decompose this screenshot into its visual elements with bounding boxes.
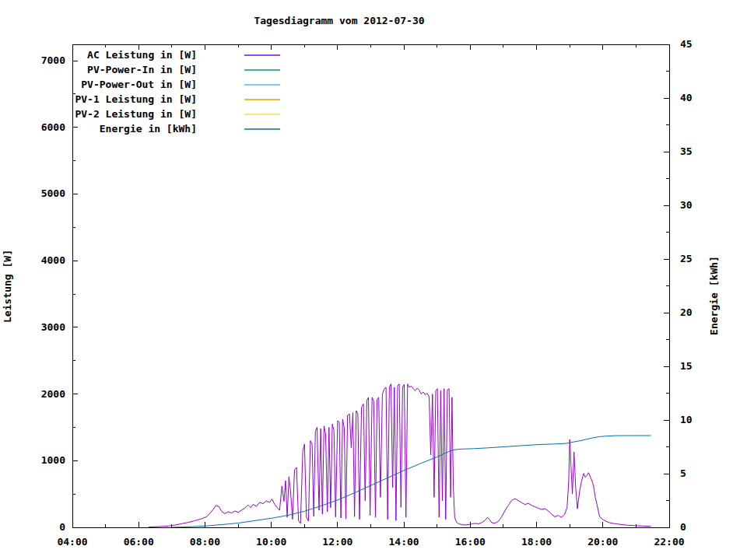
y2-tick-label: 10: [680, 414, 693, 425]
legend-label: PV-Power-In in [W]: [87, 64, 197, 75]
x-tick-label: 22:00: [654, 536, 684, 548]
y-tick-label: 2000: [41, 388, 65, 400]
legend-label: PV-1 Leistung in [W]: [75, 93, 197, 105]
x-tick-label: 04:00: [57, 536, 87, 548]
y2-tick-label: 20: [680, 306, 693, 318]
y2-axis-title: Energie [kWh]: [708, 256, 720, 335]
series-layer: [149, 384, 651, 527]
legend-layer: AC Leistung in [W]PV-Power-In in [W]PV-P…: [75, 49, 280, 135]
y-tick-label: 6000: [41, 121, 65, 133]
y2-tick-label: 45: [680, 38, 693, 50]
series-ac-leistung-in-w-: [149, 384, 651, 527]
y-tick-label: 7000: [41, 54, 65, 66]
legend-label: PV-2 Leistung in [W]: [75, 108, 197, 120]
y-tick-label: 1000: [41, 454, 65, 466]
x-tick-label: 16:00: [455, 536, 486, 548]
x-tick-label: 06:00: [124, 536, 154, 548]
chart-canvas: Tagesdiagramm vom 2012-07-30 Leistung [W…: [0, 0, 747, 560]
x-tick-label: 18:00: [521, 536, 552, 548]
legend-label: AC Leistung in [W]: [87, 49, 197, 61]
chart-title: Tagesdiagramm vom 2012-07-30: [254, 15, 424, 26]
y2-tick-label: 30: [680, 199, 693, 211]
y-axis-title: Leistung [W]: [2, 250, 13, 323]
y2-tick-label: 35: [680, 145, 693, 157]
plot-svg: Tagesdiagramm vom 2012-07-30 Leistung [W…: [0, 0, 747, 560]
x-tick-label: 12:00: [322, 536, 352, 548]
y-tick-label: 3000: [41, 321, 65, 333]
x-tick-label: 08:00: [190, 536, 220, 548]
legend-label: PV-Power-Out in [W]: [81, 79, 197, 90]
y2-tick-label: 15: [680, 360, 693, 372]
y-tick-label: 5000: [41, 187, 65, 199]
y2-tick-label: 40: [680, 92, 693, 103]
y-tick-label: 0: [59, 521, 65, 533]
y2-tick-label: 0: [680, 521, 686, 533]
x-tick-label: 14:00: [389, 536, 419, 548]
x-tick-label: 20:00: [587, 536, 618, 548]
y2-tick-label: 25: [680, 253, 693, 264]
x-tick-label: 10:00: [256, 536, 286, 548]
y2-tick-label: 5: [680, 467, 686, 479]
legend-label: Energie in [kWh]: [100, 123, 197, 135]
series-energie-in-kwh-: [172, 436, 651, 527]
y-tick-label: 4000: [41, 254, 65, 266]
